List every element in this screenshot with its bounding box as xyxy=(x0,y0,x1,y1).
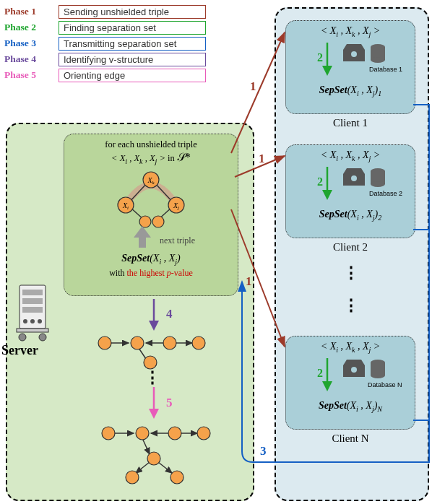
phase1-num: 1 xyxy=(250,79,256,94)
server-icon xyxy=(14,285,51,342)
svg-line-37 xyxy=(136,462,150,473)
svg-point-39 xyxy=(102,427,115,440)
phase-desc: Sending unshielded triple xyxy=(59,5,206,19)
phase-desc: Finding separation set xyxy=(59,21,206,35)
phase4-num: 4 xyxy=(166,307,173,321)
server-label: Server xyxy=(1,343,38,358)
svg-point-44 xyxy=(126,471,139,484)
client-phase2-icon: 2 Database N xyxy=(314,355,386,394)
vdots-icon: ⋮ xyxy=(343,264,361,282)
svg-point-45 xyxy=(170,471,183,484)
phase3-num: 3 xyxy=(260,444,267,459)
triple-graph: Xk Xi Xj xyxy=(108,169,194,227)
vdots-icon: ⋮ xyxy=(343,296,361,315)
svg-point-60 xyxy=(371,373,385,378)
svg-point-27 xyxy=(98,336,111,349)
legend: Phase 1 Sending unshielded triple Phase … xyxy=(4,4,206,84)
db-label: Database 1 xyxy=(369,66,402,73)
client-phase2-icon: 2 Database 2 xyxy=(314,164,386,203)
next-triple-arrow-icon xyxy=(128,225,157,249)
set-symbol: 𝒮* xyxy=(177,151,191,163)
client-box-1: < Xi , Xk , Xj > 2 Database 1 SepSet(Xi … xyxy=(285,20,415,114)
vdots-icon: ⋮ xyxy=(144,368,163,387)
client-triple: < Xi , Xk , Xj > xyxy=(290,341,410,354)
caption1: for each unshielded triple xyxy=(105,139,196,149)
client-sepset: SepSet(Xi , Xj)2 xyxy=(290,207,410,222)
p2-num: 2 xyxy=(317,175,323,188)
svg-point-4 xyxy=(23,319,27,323)
svg-point-5 xyxy=(30,319,35,323)
p2-num: 2 xyxy=(317,367,323,379)
svg-point-41 xyxy=(168,427,181,440)
legend-row: Phase 2 Finding separation set xyxy=(4,20,206,35)
svg-point-30 xyxy=(192,336,205,349)
svg-line-38 xyxy=(158,462,172,473)
phase-label: Phase 2 xyxy=(4,22,59,33)
legend-row: Phase 3 Transmitting separation set xyxy=(4,36,206,51)
phase-label: Phase 4 xyxy=(4,53,59,65)
final-graph xyxy=(98,422,213,487)
svg-point-29 xyxy=(163,336,176,349)
client-triple: < Xi , Xk , Xj > xyxy=(290,149,410,162)
phase5-num: 5 xyxy=(166,396,173,410)
svg-point-40 xyxy=(136,427,149,440)
next-triple-label: next triple xyxy=(160,235,195,246)
client-sepset: SepSet(Xi , Xj)N xyxy=(290,399,410,413)
client-triple: < Xi , Xk , Xj > xyxy=(290,25,410,38)
legend-row: Phase 1 Sending unshielded triple xyxy=(4,4,206,19)
phase-label: Phase 3 xyxy=(4,38,59,49)
svg-point-42 xyxy=(197,427,210,440)
phase-label: Phase 1 xyxy=(4,6,59,17)
legend-row: Phase 4 Identifying v-structure xyxy=(4,52,206,66)
caption-in: in xyxy=(168,153,175,163)
svg-rect-7 xyxy=(17,329,48,332)
svg-point-6 xyxy=(38,319,42,323)
triple-caption: for each unshielded triple < Xi , Xk , X… xyxy=(70,139,232,166)
client-box-2: < Xi , Xk , Xj > 2 Database 2 SepSet(Xi … xyxy=(285,144,415,238)
client-sepset: SepSet(Xi , Xj)1 xyxy=(290,83,410,97)
svg-point-28 xyxy=(131,336,144,349)
db-label: Database 2 xyxy=(369,190,402,197)
svg-rect-3 xyxy=(22,307,43,313)
phase1-num: 1 xyxy=(259,152,265,166)
client-box-n: < Xi , Xk , Xj > 2 Database N SepSet(Xi … xyxy=(285,336,415,430)
svg-rect-1 xyxy=(22,290,43,295)
p2-num: 2 xyxy=(317,51,323,64)
phase-desc: Transmitting separation set xyxy=(59,37,206,51)
svg-point-8 xyxy=(19,334,26,341)
svg-point-43 xyxy=(147,452,160,465)
phase4-arrow-icon xyxy=(143,299,165,332)
client-label: Client 2 xyxy=(285,241,415,253)
svg-point-9 xyxy=(39,334,46,341)
svg-line-36 xyxy=(142,438,150,454)
svg-point-55 xyxy=(371,181,385,187)
phase-desc: Orienting edge xyxy=(59,69,206,82)
svg-point-47 xyxy=(351,51,357,57)
svg-point-57 xyxy=(351,367,357,373)
legend-row: Phase 5 Orienting edge xyxy=(4,68,206,82)
client-label: Client N xyxy=(285,433,415,445)
db-label: Database N xyxy=(368,381,402,388)
vstructure-graph xyxy=(94,332,209,368)
phase1-num: 1 xyxy=(246,274,252,289)
client-phase2-icon: 2 Database 1 xyxy=(314,40,386,79)
svg-rect-2 xyxy=(22,298,43,304)
svg-point-31 xyxy=(144,356,157,369)
server-sepset: SepSet(Xi , Xj) with the highest p-value xyxy=(64,251,238,279)
server-triple-box: for each unshielded triple < Xi , Xk , X… xyxy=(64,134,238,296)
phase-desc: Identifying v-structure xyxy=(59,53,206,66)
svg-point-52 xyxy=(351,175,357,181)
phase-label: Phase 5 xyxy=(4,69,59,81)
svg-point-50 xyxy=(371,57,385,63)
client-label: Client 1 xyxy=(285,117,415,129)
phase5-arrow-icon xyxy=(143,387,165,420)
